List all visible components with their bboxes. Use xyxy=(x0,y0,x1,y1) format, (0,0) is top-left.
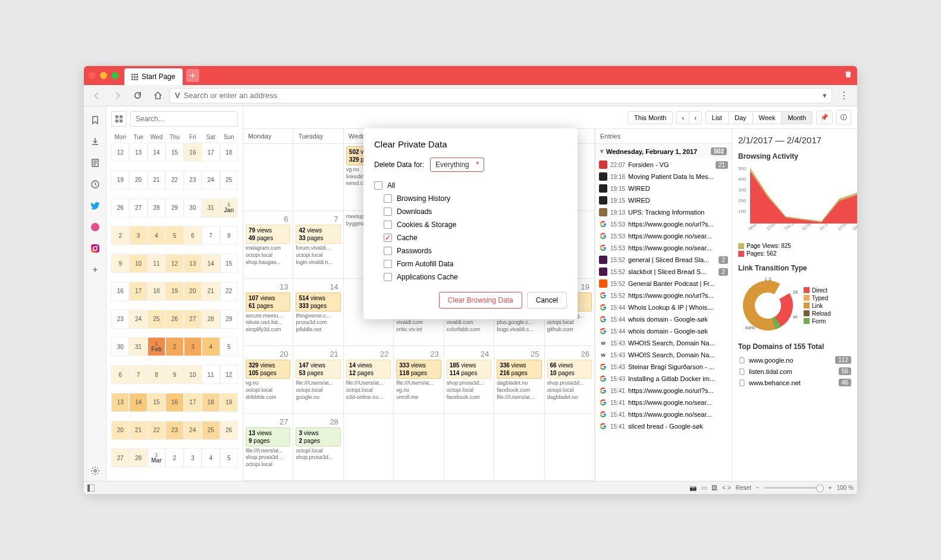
history-entry[interactable]: 15:41https://www.google.no/sear... xyxy=(595,397,732,408)
mini-day[interactable]: 31 xyxy=(129,337,147,356)
day-cell[interactable]: 14514 views333 pagesthingiverse.c...prus… xyxy=(293,279,343,346)
mini-day[interactable]: 1Feb xyxy=(148,337,165,356)
day-cell[interactable] xyxy=(293,144,343,211)
history-entry[interactable]: 15:41https://www.google.no/url?s... xyxy=(595,385,732,397)
mini-day[interactable]: 24 xyxy=(184,421,202,440)
mini-day[interactable]: 3 xyxy=(184,337,202,356)
day-cell[interactable]: 679 views49 pagesinstagram.comoctopi.loc… xyxy=(243,211,293,278)
mini-day[interactable]: 10 xyxy=(184,365,202,384)
reload-button[interactable] xyxy=(129,87,146,104)
mini-day[interactable]: 21 xyxy=(148,171,165,190)
mini-day[interactable]: 25 xyxy=(148,310,165,329)
clear-button[interactable]: Clear Browsing Data xyxy=(439,292,522,309)
mini-day[interactable]: 26 xyxy=(111,199,129,218)
mini-day[interactable]: 9 xyxy=(165,365,183,384)
next-button[interactable]: › xyxy=(689,111,702,124)
zoom-reset[interactable]: Reset xyxy=(736,485,751,491)
dropdown-icon[interactable]: ▾ xyxy=(823,91,827,100)
view-list[interactable]: List xyxy=(705,111,729,124)
mini-day[interactable]: 13 xyxy=(184,254,202,273)
mini-day[interactable]: 21 xyxy=(202,282,219,301)
mini-day[interactable]: 30 xyxy=(111,337,129,356)
instagram-icon[interactable] xyxy=(84,238,106,259)
mini-day[interactable]: 4 xyxy=(202,337,219,356)
mini-day[interactable]: 26 xyxy=(220,421,238,440)
address-bar[interactable]: V ▾ xyxy=(170,88,832,103)
mini-day[interactable]: 13 xyxy=(129,143,147,162)
mini-day[interactable]: 28 xyxy=(129,448,147,467)
history-entry[interactable]: 15:52General Banter Podcast | Fr... xyxy=(595,278,732,290)
menu-button[interactable]: ⋮ xyxy=(836,87,852,104)
mini-day[interactable]: 16 xyxy=(165,393,183,412)
day-cell[interactable]: 23333 views118 pagesfile:///Users/at...v… xyxy=(394,346,444,413)
grid-view-icon[interactable] xyxy=(111,111,127,127)
day-cell[interactable]: 283 views2 pagesoctopi.localshop.prusa3d… xyxy=(293,414,343,481)
day-cell[interactable]: 742 views33 pagesforum.vivaldi...octopi.… xyxy=(293,211,343,278)
view-day[interactable]: Day xyxy=(729,111,753,124)
history-entry[interactable]: W15:43WHOIS Search, Domain Na... xyxy=(595,349,732,361)
history-entry[interactable]: 19:13UPS: Tracking Information xyxy=(595,206,732,218)
day-cell[interactable]: 25336 views216 pagesdagbladet.nofacebook… xyxy=(494,346,544,413)
mini-day[interactable]: 2 xyxy=(165,448,183,467)
mini-day[interactable]: 8 xyxy=(148,365,165,384)
history-entry[interactable]: 15:53https://www.google.no/url?s... xyxy=(595,218,732,230)
day-cell[interactable]: 20329 views105 pagesvg.nooctopi.localdri… xyxy=(243,346,293,413)
mini-day[interactable]: 31 xyxy=(202,199,219,218)
mini-day[interactable]: 11 xyxy=(202,365,219,384)
mini-day[interactable]: 17 xyxy=(129,282,147,301)
back-button[interactable] xyxy=(89,87,105,104)
mini-day[interactable]: 2 xyxy=(111,226,129,245)
mini-day[interactable]: 29 xyxy=(165,199,183,218)
zoom-slider[interactable] xyxy=(764,487,824,489)
mini-day[interactable]: 18 xyxy=(220,143,238,162)
checkbox-cache[interactable]: ✓Cache xyxy=(374,231,567,244)
checkbox-all[interactable]: All xyxy=(374,179,567,192)
forward-button[interactable] xyxy=(109,87,126,104)
mini-day[interactable]: 22 xyxy=(165,171,183,190)
mini-day[interactable]: 13 xyxy=(111,393,129,412)
history-entry[interactable]: 15:43Steinar Bragi Sigurðarson - ... xyxy=(595,361,732,373)
mini-day[interactable]: 21 xyxy=(129,421,147,440)
mini-day[interactable]: 27 xyxy=(129,199,147,218)
day-cell[interactable] xyxy=(243,144,293,211)
mini-day[interactable]: 1Jan xyxy=(220,199,238,218)
mini-day[interactable]: 20 xyxy=(111,421,129,440)
history-entry[interactable]: W15:43WHOIS Search, Domain Na... xyxy=(595,337,732,349)
address-input[interactable] xyxy=(184,91,819,100)
images-icon[interactable]: 🖼 xyxy=(711,485,717,491)
minimize-button[interactable] xyxy=(100,72,107,79)
twitter-icon[interactable] xyxy=(84,196,106,216)
history-entry[interactable]: 15:44whois domain - Google-søk xyxy=(595,325,732,337)
top-domain[interactable]: www.google.no112 xyxy=(738,354,851,366)
day-cell[interactable] xyxy=(394,414,444,481)
day-cell[interactable]: 2214 views12 pagesfile:///Users/at...oct… xyxy=(344,346,394,413)
this-month-button[interactable]: This Month xyxy=(628,111,673,124)
mini-day[interactable]: 19 xyxy=(111,171,129,190)
mini-day[interactable]: 8 xyxy=(220,226,238,245)
bookmarks-icon[interactable] xyxy=(84,110,106,130)
maximize-button[interactable] xyxy=(111,72,118,79)
view-week[interactable]: Week xyxy=(753,111,782,124)
mini-day[interactable]: 9 xyxy=(111,254,129,273)
checkbox-applications-cache[interactable]: Applications Cache xyxy=(374,270,567,284)
dribbble-icon[interactable] xyxy=(84,217,106,237)
downloads-icon[interactable] xyxy=(84,131,106,152)
mini-day[interactable]: 28 xyxy=(202,310,219,329)
mini-day[interactable]: 2 xyxy=(165,337,183,356)
day-cell[interactable]: 21147 views53 pagesfile:///Users/at...oc… xyxy=(293,346,343,413)
pin-button[interactable]: 📌 xyxy=(816,111,833,124)
day-cell[interactable] xyxy=(444,414,494,481)
day-cell[interactable]: 2713 views9 pagesfile:///Users/at...shop… xyxy=(243,414,293,481)
mini-day[interactable]: 18 xyxy=(148,282,165,301)
mini-day[interactable]: 22 xyxy=(148,421,165,440)
history-entry[interactable]: 15:52https://www.google.no/url?s... xyxy=(595,290,732,301)
mini-day[interactable]: 19 xyxy=(220,393,238,412)
history-entry[interactable]: 15:44whois domain - Google-søk xyxy=(595,313,732,325)
mini-day[interactable]: 11 xyxy=(148,254,165,273)
history-entry[interactable]: 19:16Moving Patient Data Is Mes... xyxy=(595,171,732,183)
mini-day[interactable]: 14 xyxy=(202,254,219,273)
mini-day[interactable]: 4 xyxy=(202,448,219,467)
mini-day[interactable]: 3 xyxy=(184,448,202,467)
mini-day[interactable]: 12 xyxy=(165,254,183,273)
mini-day[interactable]: 7 xyxy=(129,365,147,384)
